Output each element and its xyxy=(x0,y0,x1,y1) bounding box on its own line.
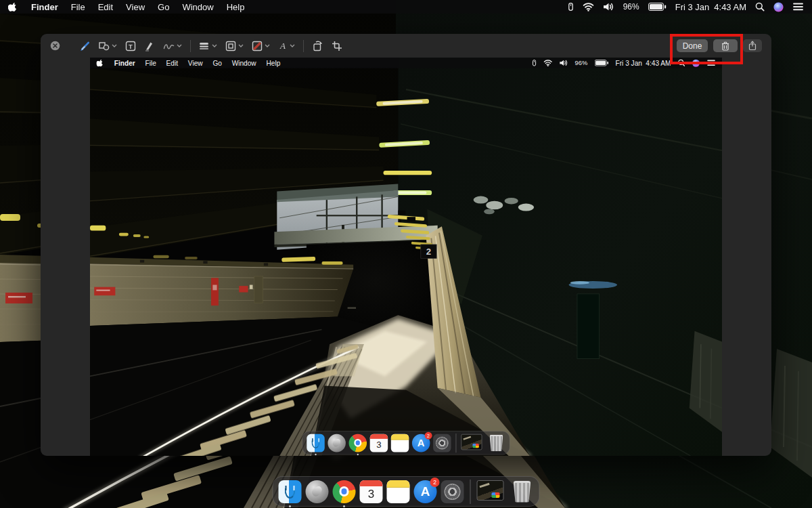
siri-icon[interactable] xyxy=(773,2,784,12)
dock-launchpad[interactable] xyxy=(306,480,329,503)
dock-chrome[interactable] xyxy=(333,480,356,503)
inner-dock: 3 A2 xyxy=(302,431,510,454)
markup-toolbar: T A xyxy=(41,34,771,58)
mouse-battery-icon[interactable] xyxy=(568,2,574,12)
menu-item-go[interactable]: Go xyxy=(158,2,169,12)
dock-calendar: 3 xyxy=(370,433,388,452)
dock-system-preferences[interactable] xyxy=(441,480,464,503)
inner-wallpaper xyxy=(90,58,722,456)
desktop: Finder File Edit View Go Window Help 96%… xyxy=(0,0,812,508)
wifi-icon[interactable] xyxy=(583,2,594,12)
apple-menu-icon[interactable] xyxy=(8,1,18,13)
notification-center-icon[interactable] xyxy=(792,2,804,12)
dock-divider xyxy=(470,480,471,504)
menu-item-finder[interactable]: Finder xyxy=(31,2,58,12)
dock: 3 A2 xyxy=(273,476,540,507)
search-icon[interactable] xyxy=(755,2,765,12)
dock-chrome xyxy=(349,433,367,452)
share-button[interactable] xyxy=(743,39,762,52)
font-style-button[interactable]: A xyxy=(278,41,295,51)
inner-apple-menu-icon xyxy=(96,58,104,67)
inner-menu-item-edit: Edit xyxy=(166,59,178,67)
toolbar-divider xyxy=(303,40,304,52)
mouse-battery-icon xyxy=(532,59,537,66)
wifi-icon xyxy=(543,59,552,66)
line-weight-button[interactable] xyxy=(199,41,217,51)
dock-screenshot-preview[interactable] xyxy=(477,480,507,503)
battery-icon[interactable] xyxy=(648,2,667,12)
dock-notes xyxy=(391,433,409,452)
close-button[interactable] xyxy=(50,41,60,51)
dock-divider xyxy=(456,433,457,452)
clock[interactable]: Fri 3 Jan4:43 AM xyxy=(675,2,746,12)
menu-item-window[interactable]: Window xyxy=(182,2,213,12)
inner-menu-item-view: View xyxy=(188,59,203,67)
dock-trash xyxy=(487,433,505,452)
screenshot-image: Finder File Edit View Go Window Help 96% xyxy=(90,58,722,456)
highlight-tool-button[interactable] xyxy=(144,41,155,51)
chevron-down-icon xyxy=(238,44,244,47)
sketch-tool-button[interactable] xyxy=(79,41,91,51)
volume-icon xyxy=(559,59,568,66)
battery-percentage: 96% xyxy=(623,2,639,12)
shapes-tool-button[interactable] xyxy=(99,41,117,51)
svg-text:T: T xyxy=(129,42,133,49)
chevron-down-icon xyxy=(290,44,295,47)
dock-app-store: A2 xyxy=(412,433,430,452)
menu-bar: Finder File Edit View Go Window Help 96%… xyxy=(0,0,812,14)
menu-item-file[interactable]: File xyxy=(71,2,85,12)
text-tool-button[interactable]: T xyxy=(125,41,136,51)
dock-finder xyxy=(307,433,324,452)
menu-item-view[interactable]: View xyxy=(126,2,145,12)
menu-item-help[interactable]: Help xyxy=(227,2,245,12)
dock-app-store[interactable]: A2 xyxy=(414,480,437,503)
red-annotation-rectangle xyxy=(670,34,743,64)
screenshot-markup-window: T A xyxy=(41,34,771,456)
battery-percentage: 96% xyxy=(575,59,588,66)
share-icon xyxy=(748,41,757,51)
dock-calendar[interactable]: 3 xyxy=(360,480,383,503)
fill-color-button[interactable] xyxy=(252,41,270,51)
inner-menu-item-help: Help xyxy=(266,59,280,67)
dock-notes[interactable] xyxy=(387,480,410,503)
chevron-down-icon xyxy=(212,44,217,47)
chevron-down-icon xyxy=(265,44,270,47)
menu-item-edit[interactable]: Edit xyxy=(98,2,113,12)
battery-icon xyxy=(594,59,608,66)
dock-launchpad xyxy=(328,433,345,452)
inner-menu-bar: Finder File Edit View Go Window Help 96% xyxy=(90,58,722,68)
chevron-down-icon xyxy=(112,44,117,47)
inner-desktop: Finder File Edit View Go Window Help 96% xyxy=(90,58,722,456)
dock-screenshot-preview xyxy=(461,433,484,452)
svg-text:A: A xyxy=(279,41,286,51)
inner-menu-item-go: Go xyxy=(212,59,221,67)
rotate-button[interactable] xyxy=(312,40,323,51)
inner-clock: Fri 3 Jan4:43 AM xyxy=(616,59,671,67)
volume-icon[interactable] xyxy=(603,2,614,12)
dock-trash[interactable] xyxy=(511,480,534,503)
border-style-button[interactable] xyxy=(225,41,244,51)
inner-menu-item-file: File xyxy=(145,59,156,67)
dock-finder[interactable] xyxy=(279,480,302,503)
chevron-down-icon xyxy=(177,44,182,47)
appstore-badge: 2 xyxy=(425,431,432,439)
signature-tool-button[interactable] xyxy=(163,41,182,51)
inner-menu-item-finder: Finder xyxy=(114,59,135,67)
appstore-badge: 2 xyxy=(430,478,440,487)
toolbar-divider xyxy=(190,40,191,52)
dock-system-preferences xyxy=(433,433,451,452)
inner-menu-item-window: Window xyxy=(232,59,256,67)
crop-button[interactable] xyxy=(332,41,342,51)
